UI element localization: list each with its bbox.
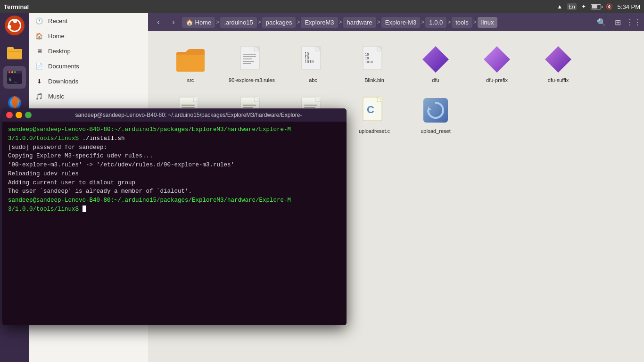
file-manager-dock-icon[interactable]: [3, 41, 26, 63]
file-label-dfu-suffix: dfu-suffix: [548, 77, 569, 83]
breadcrumb-hardware[interactable]: hardware: [343, 17, 376, 28]
sidebar-item-downloads[interactable]: Downloads: [29, 74, 148, 89]
terminal-line-3: Copying Explore M3-specific udev rules..…: [8, 152, 341, 161]
wifi-icon: ▲: [557, 3, 562, 10]
back-button[interactable]: ‹: [152, 16, 165, 29]
term-output-4: '90-explore-m3.rules' -> '/etc/udev/rule…: [8, 162, 234, 168]
topbar-title: Terminal: [4, 3, 29, 10]
desktop-icon: [35, 47, 43, 55]
forward-button[interactable]: ›: [167, 16, 180, 29]
topbar-right: ▲ En ✦ 🔇 5:34 PM: [557, 3, 640, 10]
file-item-uploadreset-c[interactable]: C uploadreset.c: [346, 91, 403, 138]
sidebar-item-music[interactable]: Music: [29, 89, 148, 104]
ubuntu-logo-button[interactable]: [3, 15, 26, 38]
recent-icon: [35, 16, 43, 25]
breadcrumb-linux[interactable]: linux: [478, 17, 498, 28]
breadcrumb-arduino15[interactable]: .arduino15: [220, 17, 256, 28]
doc-icon-rules: [237, 44, 267, 74]
documents-icon: [35, 62, 43, 70]
file-item-dfu[interactable]: dfu: [407, 41, 464, 87]
search-button[interactable]: 🔍: [595, 16, 608, 29]
file-item-abc[interactable]: 10 10 1010 abc: [285, 41, 341, 87]
sidebar-item-home[interactable]: Home: [29, 28, 148, 43]
view-options-button[interactable]: ⊞: [611, 16, 624, 29]
file-item-blink[interactable]: 10 10 1010 Blink.bin: [346, 41, 403, 87]
sidebar-item-recent[interactable]: Recent: [29, 13, 148, 28]
svg-rect-51: [243, 58, 252, 59]
volume-icon: 🔇: [606, 3, 613, 10]
music-icon: [35, 92, 43, 100]
sidebar-item-documents[interactable]: Documents: [29, 58, 148, 74]
breadcrumb-bar: 🏠 Home > .arduino15 > packages > Explore…: [182, 17, 593, 28]
sidebar-item-desktop[interactable]: Desktop: [29, 43, 148, 58]
terminal-dock-icon[interactable]: $ _: [3, 66, 26, 89]
svg-marker-64: [422, 46, 449, 73]
breadcrumb-home[interactable]: 🏠 Home: [182, 17, 215, 28]
lang-indicator[interactable]: En: [567, 3, 576, 10]
file-label-uploadreset-c: uploadreset.c: [359, 128, 390, 134]
ubuntu-logo: [5, 16, 25, 35]
terminal-title: sandeep@sandeep-Lenovo-B40-80: ~/.arduin…: [34, 112, 343, 118]
sidebar-label-desktop: Desktop: [48, 48, 142, 55]
folder-dock-icon-svg: [6, 43, 23, 60]
svg-text:1010: 1010: [365, 60, 373, 64]
svg-text:1010: 1010: [305, 60, 314, 64]
terminal-line-2: [sudo] password for sandeep:: [8, 143, 341, 152]
breadcrumb-version[interactable]: 1.0.0: [425, 17, 446, 28]
svg-text:C: C: [367, 104, 374, 115]
svg-rect-88: [423, 98, 448, 123]
terminal-body[interactable]: sandeep@sandeep-Lenovo-B40-80:~/.arduino…: [2, 122, 347, 325]
topbar: Terminal ▲ En ✦ 🔇 5:34 PM: [0, 0, 644, 13]
svg-rect-47: [240, 46, 259, 70]
svg-rect-50: [243, 56, 256, 57]
svg-point-6: [8, 71, 10, 73]
file-item-rules[interactable]: 90-explore-m3.rules: [223, 41, 280, 87]
terminal-close-button[interactable]: [6, 112, 13, 118]
ubuntu-circle: [8, 19, 21, 32]
svg-rect-3: [8, 51, 21, 52]
terminal-maximize-button[interactable]: [25, 112, 32, 118]
file-label-dfu: dfu: [432, 77, 439, 83]
sidebar-label-music: Music: [48, 93, 142, 100]
toolbar: ‹ › 🏠 Home > .arduino15 > packages > Exp…: [148, 13, 644, 31]
downloads-icon: [35, 77, 43, 85]
svg-point-7: [11, 71, 13, 73]
sidebar-label-home: Home: [48, 33, 142, 40]
term-prompt-1: sandeep@sandeep-Lenovo-B40-80:~/.arduino…: [8, 126, 291, 142]
terminal-line-1: sandeep@sandeep-Lenovo-B40-80:~/.arduino…: [8, 125, 341, 143]
term-output-5: Reloading udev rules: [8, 171, 79, 177]
bin-icon-blink: 10 10 1010: [359, 44, 389, 74]
term-output-2: [sudo] password for sandeep:: [8, 144, 107, 151]
term-output-3: Copying Explore M3-specific udev rules..…: [8, 153, 153, 159]
file-item-dfu-prefix[interactable]: dfu-prefix: [469, 41, 525, 87]
dfu-prefix-icon: [482, 44, 512, 74]
terminal-minimize-button[interactable]: [16, 112, 22, 118]
bluetooth-icon: ✦: [581, 3, 586, 10]
more-options-button[interactable]: ⋮⋮: [627, 16, 640, 29]
file-item-dfu-suffix[interactable]: dfu-suffix: [530, 41, 586, 87]
clock: 5:34 PM: [618, 3, 640, 10]
breadcrumb-exploremm3-2[interactable]: Explore-M3: [381, 17, 420, 28]
file-item-upload-reset[interactable]: upload_reset: [407, 91, 464, 138]
terminal-titlebar: sandeep@sandeep-Lenovo-B40-80: ~/.arduin…: [2, 108, 347, 122]
breadcrumb-tools[interactable]: tools: [452, 17, 472, 28]
file-item-src[interactable]: src: [162, 41, 219, 87]
terminal-line-7: The user `sandeep' is already a member o…: [8, 187, 341, 196]
terminal-cursor: [83, 206, 86, 212]
file-label-src: src: [187, 77, 194, 83]
folder-icon-src: [175, 44, 206, 74]
svg-text:$ _: $ _: [8, 77, 17, 82]
file-label-blink: Blink.bin: [364, 77, 384, 83]
svg-rect-2: [7, 49, 22, 58]
svg-rect-82: [304, 107, 315, 108]
terminal-line-5: Reloading udev rules: [8, 170, 341, 179]
svg-marker-66: [545, 46, 571, 73]
svg-rect-49: [243, 54, 256, 55]
home-icon: [35, 32, 43, 40]
upload-reset-icon: [421, 95, 451, 125]
file-label-rules: 90-explore-m3.rules: [229, 77, 275, 83]
breadcrumb-packages[interactable]: packages: [262, 17, 296, 28]
svg-point-8: [14, 71, 16, 73]
svg-rect-70: [182, 107, 195, 108]
breadcrumb-exploremm3[interactable]: ExploreM3: [301, 17, 338, 28]
